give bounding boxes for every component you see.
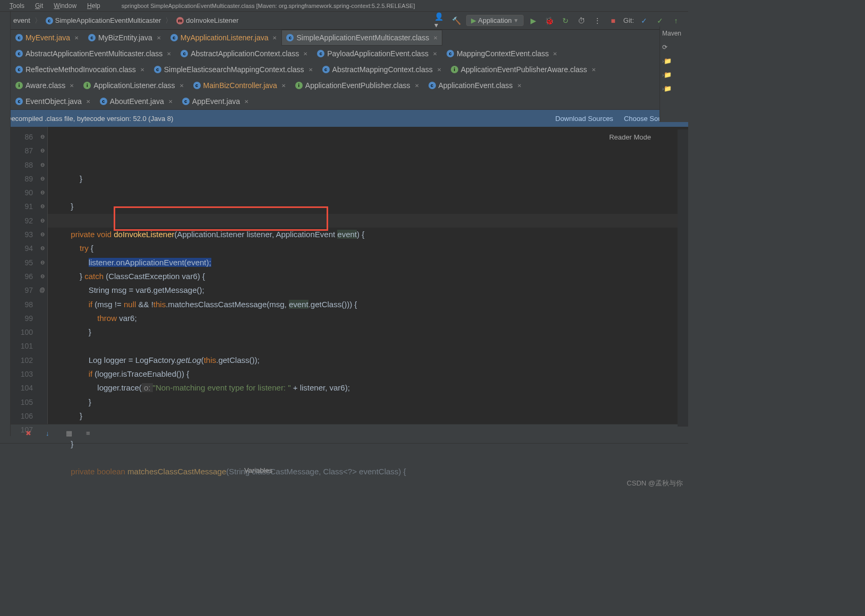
editor-tab[interactable]: cAbstractApplicationContext.class✕	[176, 46, 312, 62]
close-icon[interactable]: ✕	[179, 83, 184, 89]
close-icon[interactable]: ✕	[281, 83, 286, 89]
editor-tab[interactable]: cMyApplicationListener.java✕	[166, 30, 282, 46]
editor-tab[interactable]: cMainBizController.java✕	[189, 77, 290, 93]
close-icon[interactable]: ✕	[272, 35, 277, 41]
editor-tab[interactable]: cSimpleElasticsearchMappingContext.class…	[149, 62, 318, 77]
breadcrumb-method[interactable]: mdoInvokeListener	[172, 15, 243, 26]
breadcrumb-event[interactable]: event	[9, 15, 35, 26]
menu-window[interactable]: Window	[48, 2, 82, 10]
fold-marker[interactable]: ⊖	[37, 186, 47, 199]
fold-marker[interactable]: ⊖	[37, 158, 47, 172]
fold-marker[interactable]: ⊖	[37, 130, 47, 144]
close-icon[interactable]: ✕	[433, 51, 437, 57]
close-icon[interactable]: ✕	[433, 35, 438, 41]
reader-mode-toggle[interactable]: Reader Mode	[609, 133, 651, 141]
editor-tab[interactable]: cApplicationEvent.class✕	[424, 77, 526, 93]
editor-tab[interactable]: cAppEvent.java✕	[177, 93, 253, 109]
editor-tab[interactable]: iAware.class✕	[11, 77, 79, 93]
editor-tab[interactable]: cAbstractMappingContext.class✕	[318, 62, 446, 77]
editor-tab[interactable]: iApplicationEventPublisherAware.class✕	[446, 62, 601, 77]
tool-row[interactable]: › 📁	[660, 82, 688, 96]
editor-tab[interactable]: cSimpleApplicationEventMulticaster.class…	[281, 30, 442, 46]
editor-tab[interactable]: cAboutEvent.java✕	[95, 93, 177, 109]
tab-label: AboutEvent.java	[110, 97, 164, 106]
maven-tool-tab[interactable]: Maven	[660, 27, 688, 40]
tool-row[interactable]: › 📁	[660, 54, 688, 68]
chevron-down-icon: ▼	[513, 18, 519, 23]
file-icon: c	[322, 66, 330, 73]
run-config-label: Application	[478, 16, 512, 24]
file-icon: c	[15, 98, 23, 105]
debug-icon[interactable]: 🐞	[544, 15, 555, 27]
close-icon[interactable]: ✕	[309, 67, 313, 73]
hammer-icon[interactable]: 🔨	[450, 15, 462, 27]
profile-icon[interactable]: ⏱	[576, 15, 587, 27]
editor-tab[interactable]: cPayloadApplicationEvent.class✕	[312, 46, 442, 62]
editor-tab[interactable]: cAbstractApplicationEventMulticaster.cla…	[11, 46, 176, 62]
menu-tools[interactable]: Tools	[4, 2, 30, 10]
user-icon[interactable]: 👤▾	[434, 15, 446, 27]
close-icon[interactable]: ✕	[415, 83, 419, 89]
coverage-icon[interactable]: ↻	[560, 15, 571, 27]
editor-tab[interactable]: cMappingContextEvent.class✕	[442, 46, 562, 62]
close-icon[interactable]: ✕	[167, 51, 171, 57]
left-tool-strip[interactable]	[0, 12, 11, 436]
file-icon: i	[295, 82, 303, 89]
tab-label: AbstractApplicationEventMulticaster.clas…	[25, 49, 162, 58]
fold-marker[interactable]: ⊖	[37, 172, 47, 186]
download-sources-link[interactable]: Download Sources	[555, 115, 613, 123]
stop-small-icon[interactable]: ✖	[25, 429, 35, 439]
close-icon[interactable]: ✕	[553, 51, 557, 57]
fold-marker[interactable]: ⊖	[37, 256, 47, 270]
git-push-icon[interactable]: ↑	[670, 15, 682, 27]
code-area[interactable]: } } private void doInvokeListener(Applic…	[48, 127, 688, 424]
fold-marker[interactable]: ⊖	[37, 270, 47, 283]
stop-icon[interactable]: ■	[607, 15, 619, 27]
fold-gutter[interactable]: ⊖⊖⊖⊖⊖⊖⊖⊖⊖⊖⊖@	[37, 127, 48, 424]
fold-marker[interactable]: ⊖	[37, 241, 47, 255]
fold-marker[interactable]: ⊖	[37, 228, 47, 241]
breadcrumb-class[interactable]: cSimpleApplicationEventMulticaster	[41, 15, 165, 26]
close-icon[interactable]: ✕	[70, 83, 74, 89]
code-editor[interactable]: 8687888990919293949596979899100101102103…	[0, 127, 688, 424]
close-icon[interactable]: ✕	[168, 99, 173, 105]
close-icon[interactable]: ✕	[140, 67, 144, 73]
git-update-icon[interactable]: ✓	[638, 15, 650, 27]
run-icon[interactable]: ▶	[528, 15, 539, 27]
top-menu: Tools Git Window Help springboot SimpleA…	[0, 0, 688, 12]
more-icon[interactable]: ⋮	[592, 15, 603, 27]
editor-tab[interactable]: cReflectiveMethodInvocation.class✕	[11, 62, 149, 77]
run-config-selector[interactable]: ▶ Application ▼	[466, 15, 524, 26]
close-icon[interactable]: ✕	[244, 99, 249, 105]
editor-tab[interactable]: iApplicationListener.class✕	[79, 77, 188, 93]
breadcrumb-sep: 〉	[165, 16, 172, 25]
refresh-icon[interactable]: ⟳	[660, 40, 688, 54]
close-icon[interactable]: ✕	[303, 51, 307, 57]
close-icon[interactable]: ✕	[517, 83, 521, 89]
close-icon[interactable]: ✕	[157, 35, 161, 41]
git-commit-icon[interactable]: ✓	[654, 15, 666, 27]
editor-tab[interactable]: cEventObject.java✕	[11, 93, 95, 109]
tab-label: MyEvent.java	[25, 33, 70, 42]
close-icon[interactable]: ✕	[74, 35, 79, 41]
file-icon: c	[15, 66, 23, 73]
tool-row[interactable]: › 📁	[660, 68, 688, 82]
scrollbar-track[interactable]	[678, 129, 688, 427]
window-title: springboot SimpleApplicationEventMultica…	[116, 3, 421, 9]
menu-git[interactable]: Git	[30, 2, 48, 10]
fold-marker[interactable]: @	[37, 283, 47, 297]
list-icon[interactable]: ≡	[86, 429, 96, 439]
menu-help[interactable]: Help	[82, 2, 106, 10]
close-icon[interactable]: ✕	[86, 99, 90, 105]
close-icon[interactable]: ✕	[437, 67, 441, 73]
tab-label: MyApplicationListener.java	[181, 33, 269, 42]
fold-marker[interactable]: ⊖	[37, 214, 47, 228]
editor-tab[interactable]: cMyBizEntity.java✕	[83, 30, 166, 46]
tab-label: AbstractMappingContext.class	[332, 65, 433, 74]
file-icon: c	[429, 82, 436, 89]
editor-tab[interactable]: iApplicationEventPublisher.class✕	[290, 77, 424, 93]
editor-tab[interactable]: cMyEvent.java✕	[11, 30, 83, 46]
fold-marker[interactable]: ⊖	[37, 144, 47, 158]
fold-marker[interactable]: ⊖	[37, 199, 47, 213]
close-icon[interactable]: ✕	[592, 67, 596, 73]
